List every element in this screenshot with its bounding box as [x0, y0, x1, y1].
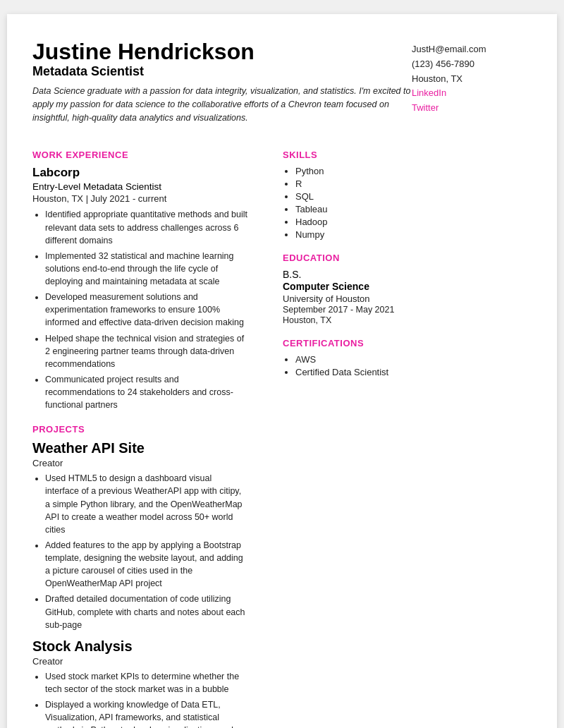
header-right: JustH@email.com (123) 456-7890 Houston, … [412, 40, 532, 124]
skill-item: SQL [295, 191, 532, 202]
certifications-list: AWS Certified Data Scientist [283, 354, 532, 377]
projects-section-header: PROJECTS [32, 424, 247, 435]
skill-item: R [295, 178, 532, 189]
skill-item: Tableau [295, 204, 532, 214]
candidate-title: Metadata Scientist [32, 64, 412, 79]
project-role-2: Creator [32, 656, 247, 667]
degree: B.S. [283, 269, 532, 280]
job-bullet: Implemented 32 statistical and machine l… [45, 250, 247, 288]
candidate-summary: Data Science graduate with a passion for… [32, 85, 412, 124]
project-role: Creator [32, 458, 247, 468]
job-bullet: Developed measurement solutions and expe… [45, 291, 247, 329]
skill-item: Hadoop [295, 217, 532, 227]
header: Justine Hendrickson Metadata Scientist D… [32, 40, 532, 124]
project-name-2: Stock Analysis [32, 638, 247, 655]
job-bullet: Helped shape the technical vision and st… [45, 332, 247, 370]
education-section: B.S. Computer Science University of Hous… [283, 269, 532, 325]
twitter-link[interactable]: Twitter [412, 102, 439, 113]
edu-dates: September 2017 - May 2021 [283, 305, 532, 315]
project-name: Weather API Site [32, 440, 247, 456]
project-bullets: Used HTML5 to design a dashboard visual … [32, 472, 247, 631]
linkedin-link[interactable]: LinkedIn [412, 87, 446, 98]
project-bullets-2: Used stock market KPIs to determine whet… [32, 670, 247, 728]
contact-location: Houston, TX [412, 72, 532, 87]
project-bullet: Drafted detailed documentation of code u… [45, 593, 247, 631]
cert-item: AWS [295, 354, 532, 365]
project-bullet: Displayed a working knowledge of Data ET… [45, 698, 247, 728]
contact-phone: (123) 456-7890 [412, 57, 532, 72]
project-weather-api: Weather API Site Creator Used HTML5 to d… [32, 440, 247, 631]
project-bullet: Used stock market KPIs to determine whet… [45, 670, 247, 696]
candidate-name: Justine Hendrickson [32, 40, 412, 64]
header-left: Justine Hendrickson Metadata Scientist D… [32, 40, 412, 124]
education-section-header: EDUCATION [283, 253, 532, 263]
job-location-date: Houston, TX | July 2021 - current [32, 193, 247, 204]
certifications-section-header: CERTIFICATIONS [283, 338, 532, 348]
main-layout: WORK EXPERIENCE Labcorp Entry-Level Meta… [32, 137, 532, 728]
skills-section-header: SKILLS [283, 150, 532, 160]
skills-list: Python R SQL Tableau Hadoop Numpy [283, 166, 532, 240]
left-column: WORK EXPERIENCE Labcorp Entry-Level Meta… [32, 137, 269, 728]
contact-email: JustH@email.com [412, 42, 532, 57]
project-stock-analysis: Stock Analysis Creator Used stock market… [32, 638, 247, 728]
edu-location: Houston, TX [283, 315, 532, 325]
project-bullet: Used HTML5 to design a dashboard visual … [45, 472, 247, 536]
resume-page: Justine Hendrickson Metadata Scientist D… [7, 14, 557, 728]
work-experience-section-header: WORK EXPERIENCE [32, 150, 247, 160]
job-bullet: Identified appropriate quantitative meth… [45, 208, 247, 246]
job-bullet: Communicated project results and recomme… [45, 373, 247, 411]
right-column: SKILLS Python R SQL Tableau Hadoop Numpy… [269, 137, 532, 728]
job-title: Entry-Level Metadata Scientist [32, 181, 247, 192]
degree-major: Computer Science [283, 281, 532, 292]
skill-item: Python [295, 166, 532, 176]
work-experience-section: Labcorp Entry-Level Metadata Scientist H… [32, 166, 247, 411]
cert-item: Certified Data Scientist [295, 367, 532, 377]
edu-school: University of Houston [283, 293, 532, 304]
project-bullet: Added features to the app by applying a … [45, 539, 247, 590]
job-bullets: Identified appropriate quantitative meth… [32, 208, 247, 411]
skill-item: Numpy [295, 229, 532, 240]
company-name: Labcorp [32, 166, 247, 180]
